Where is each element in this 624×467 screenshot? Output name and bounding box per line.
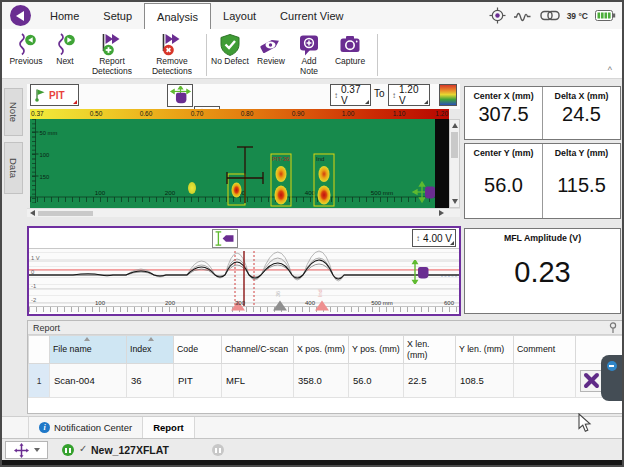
setup-status-icon: [62, 444, 74, 456]
tab-current-view[interactable]: Current View: [268, 2, 355, 29]
report-panel-title: Report: [33, 323, 60, 333]
previous-button[interactable]: Previous: [5, 31, 47, 67]
link-icon: [540, 9, 560, 22]
measure-tool-button[interactable]: [212, 229, 238, 248]
bottom-tab-bar: i Notification Center Report: [2, 416, 622, 438]
scroll-right-icon[interactable]: [439, 210, 444, 216]
report-detections-button[interactable]: Report Detections: [83, 31, 141, 77]
add-note-button[interactable]: Add Note: [292, 31, 326, 77]
app-window: Home Setup Analysis Layout Current View: [0, 0, 624, 467]
amplitude-max-spinner[interactable]: ↕ 1.20 V: [388, 84, 430, 106]
scroll-down-icon[interactable]: [452, 199, 458, 204]
center-x-readout: Center X (mm) 307.5: [465, 87, 542, 139]
next-button[interactable]: Next: [47, 31, 83, 67]
sidebar-tab-data-label: Data: [8, 158, 19, 178]
colorbar-tick: 1.10: [393, 109, 406, 119]
no-defect-button[interactable]: No Defect: [210, 31, 250, 67]
column-header-x-len[interactable]: X len. (mm): [404, 336, 456, 364]
strip-chart-panel: ↕ 4.00 V: [27, 226, 461, 316]
tab-home[interactable]: Home: [38, 2, 91, 29]
add-note-label: Add Note: [292, 57, 326, 77]
cscan-vertical-scrollbar[interactable]: [449, 119, 460, 208]
strip-y-tick: -2: [31, 297, 36, 303]
cscan-view[interactable]: 50 mm 100 150 100 200 300 400 500 mm: [30, 119, 449, 208]
cscan-x-tick: 200: [165, 189, 176, 196]
column-header-code[interactable]: Code: [174, 336, 222, 364]
column-header-file-name[interactable]: File name: [50, 336, 127, 364]
cell-y-pos: 56.0: [349, 364, 404, 398]
remove-detections-button[interactable]: Remove Detections: [141, 31, 203, 77]
tab-analysis[interactable]: Analysis: [144, 3, 211, 29]
report-header-row: File name Index Code Channel/C-scan X po…: [29, 336, 623, 364]
column-header-x-pos[interactable]: X pos. (mm): [294, 336, 349, 364]
table-row[interactable]: 1 Scan-004 36 PIT MFL 358.0 56.0 22.5 10…: [29, 364, 623, 398]
cell-code: PIT: [174, 364, 222, 398]
cscan-toolbar: PIT: [27, 84, 460, 109]
report-detections-icon: [100, 33, 124, 57]
previous-icon: [14, 33, 38, 57]
detection-label: Ind: [316, 156, 324, 162]
amplitude-min-spinner[interactable]: ↕ 0.37 V: [330, 84, 371, 106]
column-header-index[interactable]: Index: [127, 336, 174, 364]
scroll-up-icon[interactable]: [452, 123, 458, 128]
add-note-icon: [297, 33, 321, 57]
strip-x-tick: 300: [235, 300, 246, 306]
move-tool-button[interactable]: [5, 441, 48, 459]
tab-notification-center[interactable]: i Notification Center: [28, 417, 142, 438]
row-number-header: [29, 336, 50, 364]
column-header-y-len[interactable]: Y len. (mm): [456, 336, 514, 364]
cscan-end-strip: [435, 119, 449, 208]
indication-code-button[interactable]: PIT: [30, 84, 79, 106]
sidebar-tab-note[interactable]: Note: [4, 88, 23, 136]
colorbar-tick: 1.00: [342, 109, 355, 119]
report-tab-label: Report: [153, 422, 184, 433]
tab-layout[interactable]: Layout: [211, 2, 268, 29]
color-palette-button[interactable]: [439, 84, 457, 106]
side-panel-handle[interactable]: [601, 355, 622, 401]
remove-detections-icon: [160, 33, 184, 57]
back-button[interactable]: [10, 5, 31, 26]
column-header-y-pos[interactable]: Y pos. (mm): [349, 336, 404, 364]
center-x-value: 307.5: [478, 103, 528, 126]
detection-marker[interactable]: [315, 301, 329, 311]
scrollbar-thumb[interactable]: [38, 211, 93, 216]
pin-icon[interactable]: [609, 322, 617, 334]
detection-marker[interactable]: [273, 301, 287, 311]
scroll-left-icon[interactable]: [30, 210, 35, 216]
collapse-ribbon-button[interactable]: ^: [608, 65, 612, 75]
battery-icon: [595, 9, 616, 22]
review-button[interactable]: Review: [250, 31, 292, 67]
waveform-icon: [513, 9, 533, 23]
strip-x-tick: 600: [444, 300, 455, 306]
capture-button[interactable]: Capture: [326, 31, 374, 67]
mfl-amplitude-label: MFL Amplitude (V): [504, 233, 581, 243]
delta-x-label: Delta X (mm): [555, 91, 609, 101]
scrollbar-thumb[interactable]: [451, 132, 458, 158]
dropdown-caret-icon: [34, 448, 40, 452]
cscan-horizontal-scrollbar[interactable]: [27, 208, 460, 217]
tab-report[interactable]: Report: [142, 417, 195, 438]
strip-chart[interactable]: 36 Ind 1 V 0 -1 -2 100 200 300 400 500 m…: [29, 249, 459, 313]
bottom-edge-strip: [2, 460, 622, 465]
tab-home-label: Home: [50, 10, 79, 22]
strip-y-tick: 1 V: [31, 255, 40, 261]
column-header-channel[interactable]: Channel/C-scan: [222, 336, 294, 364]
strip-chart-header: ↕ 4.00 V: [29, 228, 459, 249]
column-header-comment[interactable]: Comment: [514, 336, 576, 364]
next-icon: [53, 33, 77, 57]
strip-scale-spinner[interactable]: ↕ 4.00 V: [412, 229, 456, 247]
tab-analysis-label: Analysis: [157, 11, 198, 23]
mfl-amplitude-value: 0.23: [514, 256, 570, 289]
measurement-box-amplitude: MFL Amplitude (V) 0.23: [464, 228, 621, 314]
tab-setup[interactable]: Setup: [91, 2, 144, 29]
spinner-icon: ↕: [416, 234, 420, 243]
setup-file-name: New_127XFLAT: [91, 444, 169, 456]
delete-row-button[interactable]: [580, 370, 602, 392]
measure-icon: [214, 230, 236, 247]
sidebar-tab-data[interactable]: Data: [4, 142, 23, 194]
pan-tool-button[interactable]: [167, 84, 193, 107]
colorbar-tick: 0.90: [292, 109, 305, 119]
center-y-label: Center Y (mm): [474, 148, 534, 158]
flag-icon: [34, 88, 46, 102]
cscan-y-tick: 50 mm: [40, 130, 58, 136]
